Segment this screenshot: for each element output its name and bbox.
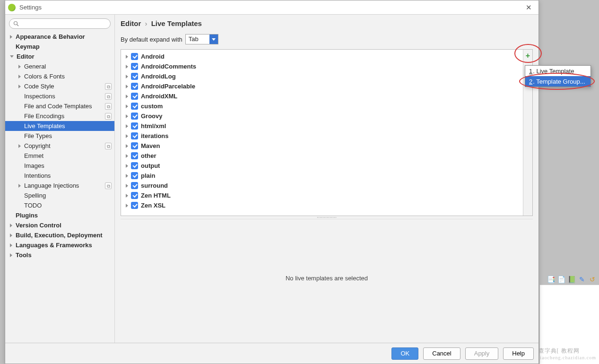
tree-arrow-icon	[126, 164, 128, 168]
settings-tree[interactable]: Appearance & BehaviorKeymapEditorGeneral…	[5, 32, 114, 343]
sidebar-item[interactable]: General	[5, 61, 114, 71]
checkbox[interactable]	[131, 202, 138, 209]
template-group-row[interactable]: Android	[121, 52, 523, 61]
template-group-row[interactable]: custom	[121, 101, 523, 111]
template-group-row[interactable]: Groovy	[121, 111, 523, 121]
close-icon[interactable]: ✕	[521, 0, 536, 15]
checkbox[interactable]	[131, 142, 138, 149]
sidebar-item[interactable]: Language Injections⧉	[5, 181, 114, 191]
template-group-row[interactable]: iterations	[121, 131, 523, 141]
project-badge-icon: ⧉	[105, 182, 112, 189]
sidebar-item[interactable]: File Types	[5, 131, 114, 141]
sidebar-item[interactable]: Copyright⧉	[5, 141, 114, 151]
template-group-name: AndroidLog	[141, 73, 176, 80]
sidebar-item[interactable]: Languages & Frameworks	[5, 240, 114, 250]
tree-arrow-icon	[18, 165, 21, 167]
sidebar-item[interactable]: Plugins	[5, 210, 114, 220]
popup-template-group[interactable]: 2. Template Group...	[525, 76, 590, 87]
checkbox[interactable]	[131, 152, 138, 159]
checkbox[interactable]	[131, 132, 138, 139]
tree-arrow-icon	[126, 144, 128, 148]
sidebar-item-label: File and Code Templates	[24, 103, 103, 110]
template-group-list[interactable]: AndroidAndroidCommentsAndroidLogAndroidP…	[121, 50, 523, 216]
tree-arrow-icon	[10, 243, 13, 247]
checkbox[interactable]	[131, 192, 138, 199]
sidebar-item[interactable]: Appearance & Behavior	[5, 32, 114, 42]
sidebar-item[interactable]: Images	[5, 161, 114, 171]
template-group-row[interactable]: html/xml	[121, 121, 523, 131]
template-group-row[interactable]: AndroidXML	[121, 91, 523, 101]
template-group-row[interactable]: plain	[121, 171, 523, 181]
tree-arrow-icon	[126, 184, 128, 188]
tree-arrow-icon	[126, 204, 128, 208]
tree-arrow-icon	[18, 125, 21, 128]
checkbox[interactable]	[131, 122, 138, 130]
sidebar-item[interactable]: Spelling	[5, 191, 114, 200]
sidebar-item[interactable]: Colors & Fonts	[5, 71, 114, 81]
tree-arrow-icon	[18, 204, 21, 207]
template-group-row[interactable]: AndroidParcelable	[121, 81, 523, 91]
expand-combo[interactable]: Tab	[185, 34, 218, 44]
tree-arrow-icon	[18, 184, 21, 188]
apply-button[interactable]: Apply	[465, 347, 499, 360]
checkbox[interactable]	[131, 83, 138, 90]
template-group-row[interactable]: output	[121, 161, 523, 171]
checkbox[interactable]	[131, 63, 138, 70]
sidebar-item[interactable]: Code Style⧉	[5, 81, 114, 91]
tree-arrow-icon	[126, 174, 128, 178]
svg-line-1	[17, 25, 18, 26]
sidebar-item[interactable]: Emmet	[5, 151, 114, 161]
tree-arrow-icon	[18, 115, 21, 118]
empty-detail: No live templates are selected	[121, 219, 533, 337]
window-title: Settings	[19, 4, 521, 11]
search-input[interactable]	[9, 18, 111, 29]
sidebar-item-label: Languages & Frameworks	[16, 242, 112, 249]
sidebar-item[interactable]: Inspections⧉	[5, 91, 114, 101]
checkbox[interactable]	[131, 182, 138, 189]
sidebar-item-label: Inspections	[24, 93, 103, 100]
template-group-name: AndroidXML	[141, 93, 177, 100]
sidebar-item[interactable]: File Encodings⧉	[5, 111, 114, 121]
template-group-row[interactable]: Maven	[121, 141, 523, 151]
cancel-button[interactable]: Cancel	[423, 347, 460, 360]
tree-arrow-icon	[126, 85, 128, 88]
tree-arrow-icon	[10, 35, 13, 39]
sidebar-item-label: General	[24, 63, 112, 70]
search-field[interactable]	[21, 20, 106, 27]
checkbox[interactable]	[131, 172, 138, 179]
chevron-down-icon[interactable]	[209, 35, 218, 44]
sidebar-item[interactable]: File and Code Templates⧉	[5, 101, 114, 111]
add-button[interactable]: +	[524, 52, 532, 60]
tree-arrow-icon	[126, 65, 128, 69]
checkbox[interactable]	[131, 103, 138, 110]
checkbox[interactable]	[131, 93, 138, 100]
checkbox[interactable]	[131, 73, 138, 80]
sidebar-item[interactable]: Build, Execution, Deployment	[5, 230, 114, 240]
template-group-row[interactable]: other	[121, 151, 523, 161]
checkbox[interactable]	[131, 162, 138, 169]
tree-arrow-icon	[126, 194, 128, 198]
template-group-row[interactable]: AndroidComments	[121, 61, 523, 71]
sidebar-item[interactable]: Version Control	[5, 220, 114, 230]
sidebar-item[interactable]: Keymap	[5, 42, 114, 52]
tree-arrow-icon	[10, 214, 13, 217]
template-group-name: Groovy	[141, 113, 163, 120]
sidebar-item[interactable]: Intentions	[5, 171, 114, 181]
sidebar-item[interactable]: Live Templates	[5, 121, 114, 131]
sidebar-item[interactable]: Editor	[5, 52, 114, 61]
template-group-row[interactable]: Zen XSL	[121, 200, 523, 210]
sidebar-item[interactable]: Tools	[5, 250, 114, 260]
template-group-row[interactable]: surround	[121, 181, 523, 191]
template-group-row[interactable]: Zen HTML	[121, 191, 523, 200]
sidebar-item-label: Appearance & Behavior	[16, 33, 112, 40]
template-group-name: Zen XSL	[141, 202, 165, 209]
template-group-row[interactable]: AndroidLog	[121, 71, 523, 81]
tree-arrow-icon	[10, 55, 14, 58]
checkbox[interactable]	[131, 53, 138, 60]
sidebar-item-label: Tools	[16, 251, 112, 259]
ok-button[interactable]: OK	[391, 347, 418, 360]
popup-live-template[interactable]: 1. Live Template	[525, 66, 590, 76]
help-button[interactable]: Help	[503, 347, 534, 360]
checkbox[interactable]	[131, 113, 138, 120]
sidebar-item[interactable]: TODO	[5, 200, 114, 210]
